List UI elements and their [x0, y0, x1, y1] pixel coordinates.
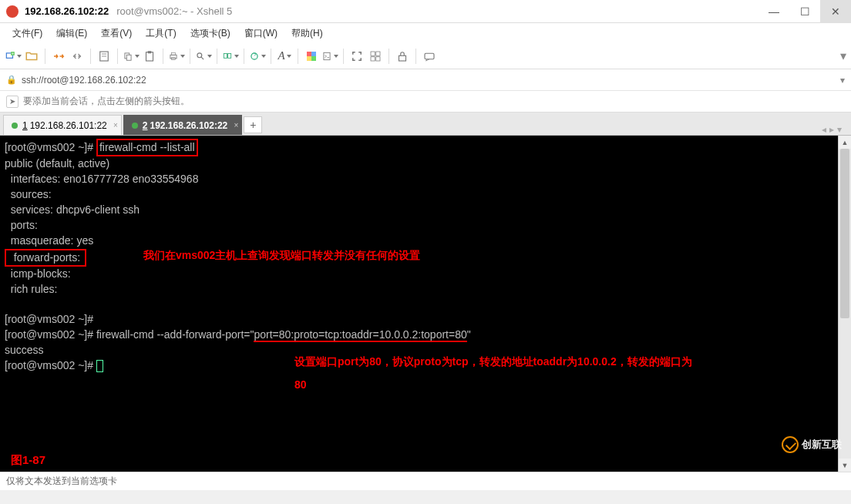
svg-rect-20 — [307, 56, 311, 61]
tab-strip: 1 192.168.26.101:22 × 2 192.168.26.102:2… — [0, 113, 851, 136]
paste-button[interactable] — [141, 48, 158, 65]
tab-next-icon[interactable]: ▸ — [829, 124, 834, 135]
script-button[interactable] — [321, 48, 338, 65]
svg-text:+: + — [12, 51, 14, 55]
connect-button[interactable] — [50, 48, 67, 65]
svg-rect-19 — [311, 52, 316, 56]
tab-menu-icon[interactable]: ▾ — [837, 124, 842, 135]
menu-bar: 文件(F) 编辑(E) 查看(V) 工具(T) 选项卡(B) 窗口(W) 帮助(… — [0, 23, 851, 43]
lock-button[interactable] — [394, 48, 411, 65]
watermark-text: 创新互联 — [802, 438, 842, 452]
tab-close-icon[interactable]: × — [113, 121, 118, 129]
toolbar-separator — [343, 49, 344, 64]
toolbar-separator — [298, 49, 298, 64]
toolbar-separator — [217, 49, 217, 64]
hint-text: 要添加当前会话，点击左侧的箭头按钮。 — [23, 95, 190, 108]
tab-nav: ◂ ▸ ▾ — [822, 124, 848, 135]
tab-label: 192.168.26.101:22 — [30, 120, 107, 131]
toolbar-overflow-icon[interactable]: ▾ — [840, 49, 846, 63]
toolbar-separator — [244, 49, 244, 64]
menu-tools[interactable]: 工具(T) — [140, 25, 182, 42]
address-dropdown-icon[interactable]: ▾ — [840, 75, 845, 86]
hint-arrow-button[interactable]: ➤ — [6, 96, 18, 108]
tile-button[interactable] — [367, 48, 384, 65]
hint-bar: ➤ 要添加当前会话，点击左侧的箭头按钮。 — [0, 91, 851, 113]
terminal-cmd-part: " — [467, 328, 471, 341]
terminal-prompt: [root@vms002 ~]# — [5, 328, 96, 341]
tab-close-icon[interactable]: × — [234, 121, 238, 129]
status-text: 仅将文本发送到当前选项卡 — [6, 475, 117, 488]
svg-rect-21 — [311, 56, 316, 61]
menu-file[interactable]: 文件(F) — [6, 25, 49, 42]
session-tab-2[interactable]: 2 192.168.26.102:22 × — [123, 115, 242, 135]
svg-rect-9 — [148, 51, 152, 53]
terminal-prompt: [root@vms002 ~]# — [5, 359, 96, 371]
help-button[interactable] — [421, 48, 438, 65]
terminal-cmd-part: firewall-cmd --add-forward-port=" — [96, 328, 254, 341]
menu-edit[interactable]: 编辑(E) — [50, 25, 93, 42]
svg-point-13 — [197, 52, 202, 57]
refresh-button[interactable] — [249, 48, 266, 65]
toolbar-separator — [163, 49, 163, 64]
font-button[interactable]: A — [276, 48, 293, 65]
fullscreen-button[interactable] — [348, 48, 365, 65]
cursor-icon — [96, 360, 103, 372]
tab-number: 2 — [143, 120, 148, 131]
terminal-line: ports: — [5, 219, 41, 231]
watermark-icon — [782, 436, 799, 453]
toolbar-separator — [90, 49, 91, 64]
scroll-up-icon[interactable]: ▲ — [839, 136, 851, 149]
window-title-sub: root@vms002:~ - Xshell 5 — [116, 5, 232, 17]
terminal-container: [root@vms002 ~]# firewall-cmd --list-all… — [0, 136, 851, 472]
scrollbar-thumb[interactable] — [840, 149, 849, 318]
scroll-down-icon[interactable]: ▼ — [839, 459, 851, 472]
status-dot-icon — [132, 123, 138, 129]
svg-rect-26 — [376, 56, 380, 60]
transfer-button[interactable] — [222, 48, 239, 65]
disconnect-button[interactable] — [69, 48, 86, 65]
print-button[interactable] — [168, 48, 185, 65]
tab-number: 1 — [22, 120, 28, 131]
title-bar: 192.168.26.102:22 root@vms002:~ - Xshell… — [0, 0, 851, 23]
toolbar-separator — [388, 49, 389, 64]
terminal-scrollbar[interactable]: ▲ ▼ — [838, 136, 851, 472]
new-session-button[interactable]: + — [5, 48, 22, 65]
svg-line-14 — [201, 57, 204, 59]
open-button[interactable] — [23, 48, 40, 65]
add-tab-button[interactable]: + — [244, 116, 262, 133]
tab-prev-icon[interactable]: ◂ — [822, 124, 826, 135]
address-text[interactable]: ssh://root@192.168.26.102:22 — [22, 75, 146, 86]
terminal-line: success — [5, 344, 44, 356]
copy-button[interactable] — [123, 48, 140, 65]
terminal[interactable]: [root@vms002 ~]# firewall-cmd --list-all… — [0, 136, 851, 472]
session-tab-1[interactable]: 1 192.168.26.101:22 × — [3, 115, 122, 135]
terminal-cmd-highlight: firewall-cmd --list-all — [96, 139, 198, 156]
svg-rect-24 — [376, 52, 380, 55]
maximize-button[interactable]: ☐ — [789, 0, 820, 23]
toolbar-separator — [117, 49, 118, 64]
menu-help[interactable]: 帮助(H) — [285, 25, 329, 42]
minimize-button[interactable]: — — [758, 0, 789, 23]
terminal-line: services: dhcpv6-client ssh — [5, 203, 140, 216]
svg-rect-8 — [146, 52, 153, 60]
properties-button[interactable] — [96, 48, 113, 65]
svg-point-17 — [251, 52, 257, 59]
toolbar-separator — [190, 49, 190, 64]
lock-icon: 🔒 — [6, 75, 17, 85]
window-controls: — ☐ ✕ — [758, 0, 851, 23]
terminal-prompt: [root@vms002 ~]# — [5, 141, 96, 153]
terminal-prompt: [root@vms002 ~]# — [5, 313, 93, 325]
menu-view[interactable]: 查看(V) — [95, 25, 138, 42]
address-bar: 🔒 ssh://root@192.168.26.102:22 ▾ — [0, 69, 851, 91]
toolbar: + A — [0, 43, 851, 69]
scrollbar-track[interactable] — [839, 149, 851, 459]
terminal-line: interfaces: eno16777728 eno33554968 — [5, 173, 198, 185]
svg-rect-23 — [371, 52, 375, 55]
annotation-note-2: 设置端口port为80，协议proto为tcp，转发的地址toaddr为10.0… — [294, 350, 695, 396]
menu-tabs[interactable]: 选项卡(B) — [184, 25, 237, 42]
menu-window[interactable]: 窗口(W) — [238, 25, 284, 42]
close-button[interactable]: ✕ — [820, 0, 851, 23]
watermark: 创新互联 — [782, 436, 842, 453]
find-button[interactable] — [195, 48, 212, 65]
color-scheme-button[interactable] — [303, 48, 320, 65]
